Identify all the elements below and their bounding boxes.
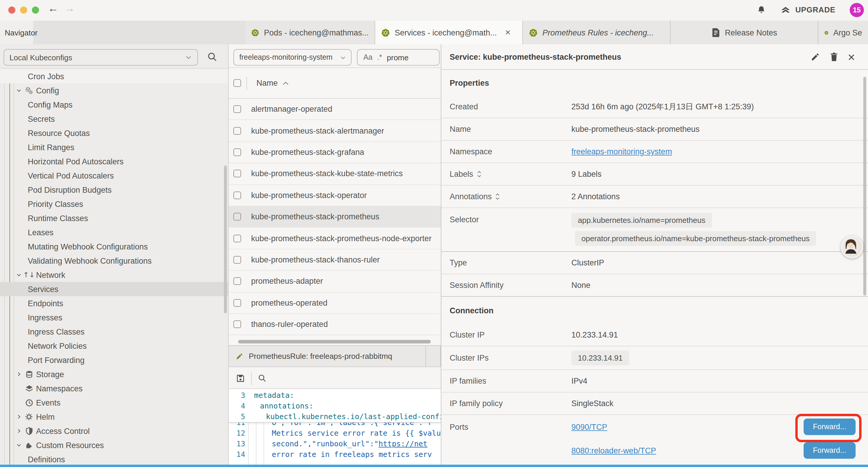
row-checkbox[interactable]	[234, 105, 241, 113]
table-row[interactable]: prometheus-adapter	[229, 271, 441, 292]
sidebar-item-secrets[interactable]: Secrets	[0, 112, 228, 126]
sidebar-search-icon[interactable]	[207, 52, 217, 62]
annotations-value[interactable]: 2 Annotations	[571, 192, 868, 201]
close-window-button[interactable]	[8, 6, 16, 13]
chevron-right-icon[interactable]	[15, 414, 23, 420]
sidebar-item-network-policies[interactable]: Network Policies	[0, 339, 228, 353]
notification-count-badge[interactable]: 15	[850, 3, 864, 17]
row-checkbox[interactable]	[234, 148, 241, 156]
labels-value[interactable]: 9 Labels	[571, 170, 868, 178]
sidebar-item-priority-classes[interactable]: Priority Classes	[0, 197, 228, 211]
save-icon[interactable]	[236, 373, 245, 383]
table-row[interactable]: kube-prometheus-stack-operator	[229, 185, 441, 206]
tab-services[interactable]: Services - icecheng@math... ×	[375, 21, 523, 44]
sidebar-item-horizontal-pod-autoscalers[interactable]: Horizontal Pod Autoscalers	[0, 154, 228, 169]
sidebar-item-helm[interactable]: Helm	[0, 410, 228, 424]
delete-icon[interactable]	[829, 52, 838, 62]
row-checkbox[interactable]	[234, 256, 241, 264]
name-column-header[interactable]: Name	[256, 79, 278, 87]
expand-updown-icon[interactable]	[495, 193, 500, 200]
forward-button[interactable]: →	[63, 2, 77, 15]
row-checkbox[interactable]	[234, 299, 241, 307]
row-checkbox[interactable]	[234, 213, 241, 221]
sidebar-item-definitions[interactable]: Definitions	[0, 452, 228, 465]
back-button[interactable]: ←	[46, 2, 60, 15]
sidebar-item-mutating-webhook-configurations[interactable]: Mutating Webhook Configurations	[0, 239, 228, 254]
sidebar-item-namespaces[interactable]: Namespaces	[0, 381, 228, 396]
chevron-down-icon[interactable]	[15, 442, 23, 448]
editor-search-icon[interactable]	[258, 374, 267, 382]
table-row[interactable]: kube-prometheus-stack-thanos-ruler	[229, 249, 441, 271]
chevron-down-icon[interactable]	[15, 272, 23, 278]
tab-pods[interactable]: Pods - icecheng@mathmas...	[245, 21, 375, 44]
sidebar-item-network[interactable]: ↑↓ Network	[0, 268, 228, 282]
table-row-selected[interactable]: kube-prometheus-stack-prometheus	[229, 206, 441, 228]
chevron-down-icon[interactable]	[15, 87, 23, 93]
sidebar-item-vertical-pod-autoscalers[interactable]: Vertical Pod Autoscalers	[0, 169, 228, 183]
edit-icon[interactable]	[810, 52, 820, 61]
sidebar-item-custom-resources[interactable]: Custom Resources	[0, 438, 228, 452]
row-checkbox[interactable]	[234, 234, 241, 242]
kubeconfig-select[interactable]: Local Kubeconfigs	[4, 49, 198, 66]
row-checkbox[interactable]	[234, 192, 241, 199]
row-checkbox[interactable]	[234, 170, 241, 178]
sidebar-item-validating-webhook-configurations[interactable]: Validating Webhook Configurations	[0, 254, 228, 268]
sidebar-item-cron-jobs[interactable]: Cron Jobs	[0, 69, 228, 83]
expand-updown-icon[interactable]	[477, 170, 482, 178]
table-row[interactable]: kube-prometheus-stack-prometheus-node-ex…	[229, 228, 441, 250]
sidebar-item-events[interactable]: Events	[0, 396, 228, 410]
port-link-9090[interactable]: 9090/TCP	[571, 422, 608, 431]
match-case-toggle[interactable]: Aa	[363, 53, 373, 61]
filter-input[interactable]: Aa .* prome	[357, 49, 440, 66]
close-tab-icon[interactable]: ×	[505, 28, 511, 37]
editor-tab-partial[interactable]	[426, 346, 441, 367]
sort-asc-icon[interactable]	[282, 81, 289, 85]
sidebar-item-storage[interactable]: Storage	[0, 367, 228, 381]
table-row[interactable]: kube-prometheus-stack-alertmanager	[229, 120, 441, 142]
sidebar-item-pod-disruption-budgets[interactable]: Pod Disruption Budgets	[0, 183, 228, 197]
detail-scrollbar[interactable]	[863, 77, 866, 296]
sidebar-item-limit-ranges[interactable]: Limit Ranges	[0, 140, 228, 154]
row-checkbox[interactable]	[234, 278, 241, 285]
namespace-link[interactable]: freeleaps-monitoring-system	[571, 147, 672, 156]
sidebar-item-config-maps[interactable]: Config Maps	[0, 97, 228, 112]
row-checkbox[interactable]	[234, 320, 241, 328]
sidebar-item-resource-quotas[interactable]: Resource Quotas	[0, 126, 228, 140]
zoom-window-button[interactable]	[32, 6, 39, 13]
sidebar-item-endpoints[interactable]: Endpoints	[0, 296, 228, 310]
sidebar-item-runtime-classes[interactable]: Runtime Classes	[0, 211, 228, 225]
select-all-checkbox[interactable]	[234, 79, 241, 87]
sidebar-item-ingress-classes[interactable]: Ingress Classes	[0, 324, 228, 339]
chevron-right-icon[interactable]	[15, 371, 23, 377]
horizontal-scrollbar[interactable]	[238, 340, 431, 344]
tab-prometheus-rules[interactable]: Prometheus Rules - icecheng...	[523, 21, 671, 44]
sidebar-item-leases[interactable]: Leases	[0, 225, 228, 239]
sidebar-item-config[interactable]: Config	[0, 83, 228, 97]
port-link-8080[interactable]: 8080:reloader-web/TCP	[571, 446, 656, 455]
close-icon[interactable]: ×	[848, 51, 855, 63]
chevron-right-icon[interactable]	[15, 428, 23, 434]
sidebar-item-port-forwarding[interactable]: Port Forwarding	[0, 353, 228, 367]
forward-button-8080[interactable]: Forward...	[804, 442, 856, 459]
table-row[interactable]: thanos-ruler-operated	[229, 314, 441, 335]
forward-button-9090[interactable]: Forward...	[804, 418, 856, 435]
table-row[interactable]: prometheus-operated	[229, 292, 441, 314]
tab-argo[interactable]: Argo Se	[818, 21, 868, 44]
minimize-window-button[interactable]	[20, 6, 27, 13]
yaml-editor[interactable]: 3metadata: 4annotations: 5kubectl.kubern…	[229, 389, 441, 465]
table-row[interactable]: kube-prometheus-stack-grafana	[229, 142, 441, 164]
regex-toggle[interactable]: .*	[377, 53, 382, 61]
avatar[interactable]	[841, 236, 863, 258]
sidebar-item-services[interactable]: Services	[0, 282, 228, 296]
sidebar-item-ingresses[interactable]: Ingresses	[0, 310, 228, 324]
notifications-bell-icon[interactable]	[756, 5, 766, 16]
sidebar-scrollbar[interactable]	[224, 166, 227, 313]
table-row[interactable]: kube-prometheus-stack-kube-state-metrics	[229, 163, 441, 185]
table-row[interactable]: alertmanager-operated	[229, 99, 441, 120]
navigator-tab[interactable]: Navigator	[0, 21, 33, 44]
upgrade-button[interactable]: UPGRADE	[780, 5, 836, 15]
namespace-select[interactable]: freeleaps-monitoring-system	[234, 49, 351, 66]
row-checkbox[interactable]	[234, 127, 241, 135]
tab-release-notes[interactable]: Release Notes	[671, 21, 818, 44]
code-link[interactable]: https://net	[378, 439, 428, 449]
